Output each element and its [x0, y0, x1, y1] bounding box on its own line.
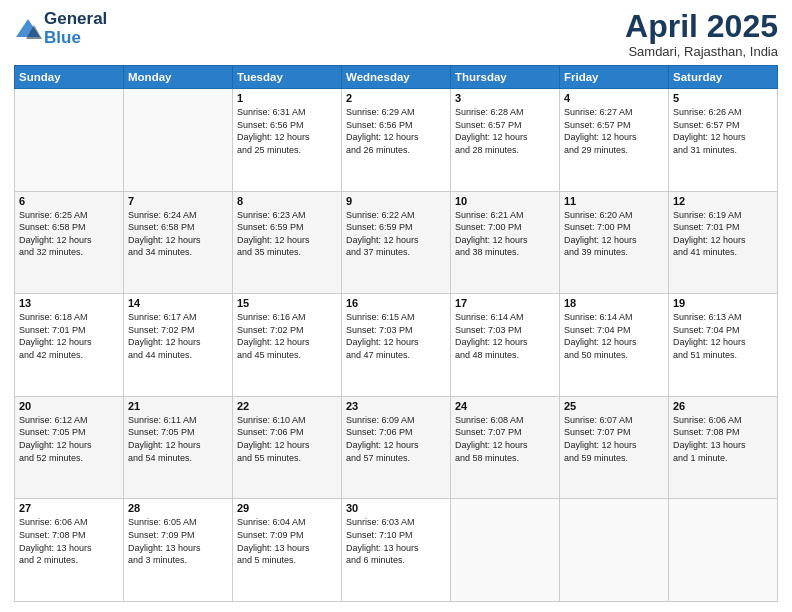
location: Samdari, Rajasthan, India	[625, 44, 778, 59]
day-number: 30	[346, 502, 446, 514]
calendar-cell: 23Sunrise: 6:09 AMSunset: 7:06 PMDayligh…	[342, 396, 451, 499]
day-number: 5	[673, 92, 773, 104]
col-header-thursday: Thursday	[451, 66, 560, 89]
calendar-week-5: 27Sunrise: 6:06 AMSunset: 7:08 PMDayligh…	[15, 499, 778, 602]
day-detail: Sunrise: 6:12 AMSunset: 7:05 PMDaylight:…	[19, 414, 119, 464]
day-detail: Sunrise: 6:28 AMSunset: 6:57 PMDaylight:…	[455, 106, 555, 156]
day-detail: Sunrise: 6:26 AMSunset: 6:57 PMDaylight:…	[673, 106, 773, 156]
col-header-friday: Friday	[560, 66, 669, 89]
day-number: 18	[564, 297, 664, 309]
col-header-monday: Monday	[124, 66, 233, 89]
day-detail: Sunrise: 6:24 AMSunset: 6:58 PMDaylight:…	[128, 209, 228, 259]
day-number: 10	[455, 195, 555, 207]
logo-general: General	[44, 9, 107, 28]
col-header-tuesday: Tuesday	[233, 66, 342, 89]
day-number: 28	[128, 502, 228, 514]
day-number: 29	[237, 502, 337, 514]
day-detail: Sunrise: 6:17 AMSunset: 7:02 PMDaylight:…	[128, 311, 228, 361]
day-detail: Sunrise: 6:09 AMSunset: 7:06 PMDaylight:…	[346, 414, 446, 464]
day-number: 15	[237, 297, 337, 309]
day-detail: Sunrise: 6:13 AMSunset: 7:04 PMDaylight:…	[673, 311, 773, 361]
day-number: 25	[564, 400, 664, 412]
day-detail: Sunrise: 6:19 AMSunset: 7:01 PMDaylight:…	[673, 209, 773, 259]
day-detail: Sunrise: 6:25 AMSunset: 6:58 PMDaylight:…	[19, 209, 119, 259]
calendar-week-4: 20Sunrise: 6:12 AMSunset: 7:05 PMDayligh…	[15, 396, 778, 499]
calendar-cell	[124, 89, 233, 192]
calendar-cell: 4Sunrise: 6:27 AMSunset: 6:57 PMDaylight…	[560, 89, 669, 192]
day-number: 2	[346, 92, 446, 104]
logo-blue: Blue	[44, 28, 81, 47]
calendar-cell: 26Sunrise: 6:06 AMSunset: 7:08 PMDayligh…	[669, 396, 778, 499]
calendar-cell	[560, 499, 669, 602]
calendar-cell: 27Sunrise: 6:06 AMSunset: 7:08 PMDayligh…	[15, 499, 124, 602]
calendar-cell: 18Sunrise: 6:14 AMSunset: 7:04 PMDayligh…	[560, 294, 669, 397]
calendar-cell: 6Sunrise: 6:25 AMSunset: 6:58 PMDaylight…	[15, 191, 124, 294]
calendar-cell: 1Sunrise: 6:31 AMSunset: 6:56 PMDaylight…	[233, 89, 342, 192]
calendar-cell: 25Sunrise: 6:07 AMSunset: 7:07 PMDayligh…	[560, 396, 669, 499]
calendar-cell: 17Sunrise: 6:14 AMSunset: 7:03 PMDayligh…	[451, 294, 560, 397]
day-number: 27	[19, 502, 119, 514]
day-detail: Sunrise: 6:04 AMSunset: 7:09 PMDaylight:…	[237, 516, 337, 566]
calendar-cell: 8Sunrise: 6:23 AMSunset: 6:59 PMDaylight…	[233, 191, 342, 294]
day-number: 12	[673, 195, 773, 207]
day-number: 4	[564, 92, 664, 104]
calendar-cell	[669, 499, 778, 602]
calendar-cell: 12Sunrise: 6:19 AMSunset: 7:01 PMDayligh…	[669, 191, 778, 294]
day-detail: Sunrise: 6:11 AMSunset: 7:05 PMDaylight:…	[128, 414, 228, 464]
calendar-cell	[451, 499, 560, 602]
day-number: 14	[128, 297, 228, 309]
calendar-header-row: SundayMondayTuesdayWednesdayThursdayFrid…	[15, 66, 778, 89]
calendar-cell: 16Sunrise: 6:15 AMSunset: 7:03 PMDayligh…	[342, 294, 451, 397]
page: General Blue April 2025 Samdari, Rajasth…	[0, 0, 792, 612]
day-detail: Sunrise: 6:21 AMSunset: 7:00 PMDaylight:…	[455, 209, 555, 259]
day-detail: Sunrise: 6:14 AMSunset: 7:04 PMDaylight:…	[564, 311, 664, 361]
day-detail: Sunrise: 6:27 AMSunset: 6:57 PMDaylight:…	[564, 106, 664, 156]
header: General Blue April 2025 Samdari, Rajasth…	[14, 10, 778, 59]
day-number: 3	[455, 92, 555, 104]
day-number: 13	[19, 297, 119, 309]
calendar-cell: 7Sunrise: 6:24 AMSunset: 6:58 PMDaylight…	[124, 191, 233, 294]
day-detail: Sunrise: 6:18 AMSunset: 7:01 PMDaylight:…	[19, 311, 119, 361]
day-number: 19	[673, 297, 773, 309]
day-detail: Sunrise: 6:06 AMSunset: 7:08 PMDaylight:…	[673, 414, 773, 464]
day-number: 6	[19, 195, 119, 207]
calendar-week-1: 1Sunrise: 6:31 AMSunset: 6:56 PMDaylight…	[15, 89, 778, 192]
calendar-cell: 9Sunrise: 6:22 AMSunset: 6:59 PMDaylight…	[342, 191, 451, 294]
day-detail: Sunrise: 6:23 AMSunset: 6:59 PMDaylight:…	[237, 209, 337, 259]
day-number: 21	[128, 400, 228, 412]
title-area: April 2025 Samdari, Rajasthan, India	[625, 10, 778, 59]
logo: General Blue	[14, 10, 107, 47]
calendar-cell: 20Sunrise: 6:12 AMSunset: 7:05 PMDayligh…	[15, 396, 124, 499]
day-detail: Sunrise: 6:15 AMSunset: 7:03 PMDaylight:…	[346, 311, 446, 361]
calendar-table: SundayMondayTuesdayWednesdayThursdayFrid…	[14, 65, 778, 602]
calendar-cell: 19Sunrise: 6:13 AMSunset: 7:04 PMDayligh…	[669, 294, 778, 397]
day-number: 8	[237, 195, 337, 207]
calendar-cell: 5Sunrise: 6:26 AMSunset: 6:57 PMDaylight…	[669, 89, 778, 192]
day-detail: Sunrise: 6:29 AMSunset: 6:56 PMDaylight:…	[346, 106, 446, 156]
col-header-sunday: Sunday	[15, 66, 124, 89]
calendar-cell	[15, 89, 124, 192]
day-number: 7	[128, 195, 228, 207]
day-number: 11	[564, 195, 664, 207]
col-header-wednesday: Wednesday	[342, 66, 451, 89]
day-number: 16	[346, 297, 446, 309]
day-detail: Sunrise: 6:07 AMSunset: 7:07 PMDaylight:…	[564, 414, 664, 464]
day-number: 17	[455, 297, 555, 309]
col-header-saturday: Saturday	[669, 66, 778, 89]
calendar-cell: 29Sunrise: 6:04 AMSunset: 7:09 PMDayligh…	[233, 499, 342, 602]
day-number: 20	[19, 400, 119, 412]
calendar-week-2: 6Sunrise: 6:25 AMSunset: 6:58 PMDaylight…	[15, 191, 778, 294]
logo-icon	[14, 17, 42, 41]
calendar-week-3: 13Sunrise: 6:18 AMSunset: 7:01 PMDayligh…	[15, 294, 778, 397]
day-detail: Sunrise: 6:06 AMSunset: 7:08 PMDaylight:…	[19, 516, 119, 566]
day-detail: Sunrise: 6:22 AMSunset: 6:59 PMDaylight:…	[346, 209, 446, 259]
day-detail: Sunrise: 6:31 AMSunset: 6:56 PMDaylight:…	[237, 106, 337, 156]
calendar-cell: 21Sunrise: 6:11 AMSunset: 7:05 PMDayligh…	[124, 396, 233, 499]
day-detail: Sunrise: 6:03 AMSunset: 7:10 PMDaylight:…	[346, 516, 446, 566]
day-number: 9	[346, 195, 446, 207]
calendar-cell: 14Sunrise: 6:17 AMSunset: 7:02 PMDayligh…	[124, 294, 233, 397]
day-detail: Sunrise: 6:05 AMSunset: 7:09 PMDaylight:…	[128, 516, 228, 566]
day-number: 1	[237, 92, 337, 104]
day-detail: Sunrise: 6:08 AMSunset: 7:07 PMDaylight:…	[455, 414, 555, 464]
calendar-cell: 24Sunrise: 6:08 AMSunset: 7:07 PMDayligh…	[451, 396, 560, 499]
